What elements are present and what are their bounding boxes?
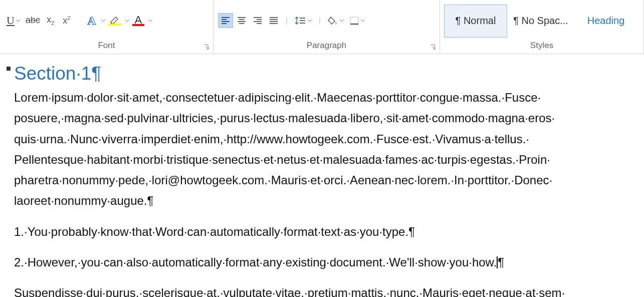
chevron-down-icon <box>16 18 21 23</box>
align-left-button[interactable] <box>218 13 233 28</box>
align-justify-button[interactable] <box>266 13 281 28</box>
ribbon-group-styles: ¶ Normal ¶ No Spac... Heading Styles <box>440 0 644 54</box>
chevron-down-icon <box>360 18 365 23</box>
highlight-color-button[interactable] <box>106 13 123 28</box>
chevron-down-icon[interactable] <box>101 18 106 23</box>
document-list-item: 2.·However,·you·can·also·automatically·f… <box>14 252 640 272</box>
font-color-bar <box>132 24 144 26</box>
align-right-button[interactable] <box>250 13 265 28</box>
chevron-down-icon[interactable] <box>125 18 130 23</box>
list-text: 2.·However,·you·can·also·automatically·f… <box>14 255 497 269</box>
strikethrough-button[interactable]: abc <box>24 13 42 28</box>
text-effects-icon: A <box>87 15 96 27</box>
line-spacing-icon <box>294 16 306 26</box>
paragraph-dialog-launcher[interactable] <box>430 44 437 51</box>
document-paragraph: Lorem·ipsum·dolor·sit·amet,·consectetuer… <box>14 87 640 211</box>
document-paragraph: Suspendisse·dui·purus,·scelerisque·at,·v… <box>14 282 640 297</box>
ribbon-group-label-paragraph: Paragraph <box>213 39 440 54</box>
chevron-down-icon <box>307 18 312 23</box>
style-normal[interactable]: ¶ Normal <box>444 5 507 38</box>
line-spacing-button[interactable] <box>292 13 314 28</box>
chevron-down-icon[interactable] <box>148 18 153 23</box>
shading-button[interactable] <box>325 13 346 28</box>
document-area[interactable]: Section·1¶ Lorem·ipsum·dolor·sit·amet,·c… <box>0 54 644 297</box>
ribbon-group-font: U abc x2 x2 A <box>0 0 213 54</box>
borders-icon <box>349 16 359 25</box>
document-list-item: 1.·You·probably·know·that·Word·can·autom… <box>14 221 640 242</box>
highlight-color-bar <box>108 24 121 26</box>
align-justify-icon <box>269 16 279 25</box>
paint-bucket-icon <box>327 16 338 26</box>
pilcrow-icon: ¶ <box>498 255 504 269</box>
align-right-icon <box>253 16 263 25</box>
subscript-icon: x2 <box>47 15 54 26</box>
superscript-button[interactable]: x2 <box>59 13 74 28</box>
svg-rect-19 <box>350 17 358 24</box>
font-color-button[interactable]: A <box>130 13 146 28</box>
font-dialog-launcher[interactable] <box>203 44 210 51</box>
align-left-icon <box>221 16 231 25</box>
superscript-icon: x2 <box>63 15 70 26</box>
document-heading: Section·1¶ <box>14 63 644 84</box>
underline-button[interactable]: U <box>5 13 23 28</box>
style-no-spacing[interactable]: ¶ No Spac... <box>509 5 572 38</box>
align-center-icon <box>237 16 247 25</box>
ribbon: U abc x2 x2 A <box>0 0 644 54</box>
ribbon-group-label-styles: Styles <box>440 39 643 54</box>
ribbon-group-paragraph: | | <box>213 0 440 54</box>
svg-rect-21 <box>7 67 11 71</box>
object-anchor-icon <box>5 65 12 72</box>
underline-icon: U <box>7 14 15 27</box>
align-center-button[interactable] <box>234 13 249 28</box>
chevron-down-icon <box>339 18 344 23</box>
ribbon-group-label-font: Font <box>0 39 213 54</box>
styles-gallery: ¶ Normal ¶ No Spac... Heading <box>444 4 637 38</box>
borders-button[interactable] <box>347 13 367 28</box>
strikethrough-icon: abc <box>26 15 40 26</box>
style-heading1[interactable]: Heading <box>574 5 637 38</box>
subscript-button[interactable]: x2 <box>43 13 58 28</box>
text-effects-button[interactable]: A <box>84 13 99 28</box>
